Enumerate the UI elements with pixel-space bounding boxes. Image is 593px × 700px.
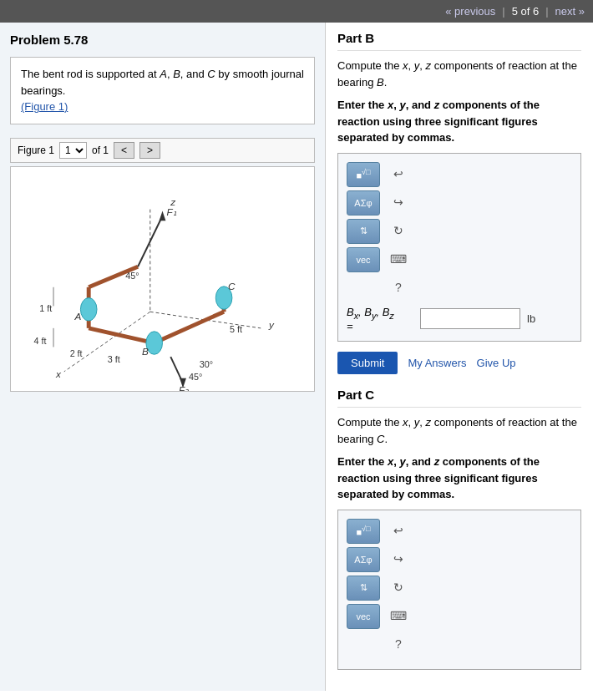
part-c-toolbar-right: ↩ ↪ ↻ ⌨ ?: [387, 519, 410, 656]
svg-text:z: z: [170, 195, 175, 206]
part-b-answer-box: ■√□ ΑΣφ ⇅ vec ↩ ↪ ↻ ⌨: [337, 153, 581, 342]
part-c-answer-box: ■√□ ΑΣφ ⇅ vec ↩ ↪ ↻ ⌨: [337, 510, 581, 670]
part-c-sqrt-button[interactable]: ■√□: [347, 519, 380, 544]
part-b-toolbar: ■√□ ΑΣφ ⇅ vec ↩ ↪ ↻ ⌨: [347, 162, 572, 299]
problem-title: Problem 5.78: [10, 33, 315, 47]
svg-point-12: [80, 297, 97, 320]
svg-text:y: y: [268, 318, 275, 329]
part-c-title: Part C: [337, 388, 581, 408]
part-c-undo-button[interactable]: ↩: [387, 519, 410, 542]
part-b-input-label: Bx, By, Bz=: [347, 306, 413, 333]
svg-text:3 ft: 3 ft: [108, 354, 120, 364]
part-b-unit: lb: [527, 312, 535, 325]
sigma-icon: ΑΣφ: [354, 198, 372, 208]
svg-text:F₂: F₂: [179, 384, 189, 391]
part-b-toolbar-right: ↩ ↪ ↻ ⌨ ?: [387, 162, 410, 299]
part-b-action-row: Submit My Answers Give Up: [337, 352, 581, 374]
redo-button[interactable]: ↪: [387, 190, 410, 214]
help-button[interactable]: ?: [387, 276, 410, 299]
svg-text:45°: 45°: [125, 271, 139, 281]
page-info: 5 of 6: [512, 5, 540, 18]
sqrt-icon: ■√□: [356, 168, 370, 180]
figure-label: Figure 1: [18, 145, 54, 156]
part-c-toolbar-left: ■√□ ΑΣφ ⇅ vec: [347, 519, 380, 656]
left-panel: Problem 5.78 The bent rod is supported a…: [0, 23, 326, 691]
keyboard-button[interactable]: ⌨: [387, 247, 410, 271]
part-c-keyboard-button[interactable]: ⌨: [387, 604, 410, 627]
svg-text:A: A: [74, 311, 82, 322]
main-layout: Problem 5.78 The bent rod is supported a…: [0, 23, 593, 691]
part-b-toolbar-left: ■√□ ΑΣφ ⇅ vec: [347, 162, 380, 299]
svg-text:F₁: F₁: [166, 206, 176, 217]
sigma-button[interactable]: ΑΣφ: [347, 190, 380, 216]
part-b-input-row: Bx, By, Bz= lb: [347, 306, 572, 333]
figure-svg: z y x: [11, 167, 314, 391]
part-c-vec-button[interactable]: vec: [347, 604, 380, 629]
svg-rect-0: [11, 168, 314, 389]
refresh-button[interactable]: ↻: [387, 219, 410, 242]
nav-separator-2: |: [545, 5, 548, 18]
figure-link[interactable]: (Figure 1): [21, 100, 68, 113]
part-c-sigma-button[interactable]: ΑΣφ: [347, 547, 380, 572]
part-b-instruction-1: Compute the x, y, z components of reacti…: [337, 58, 581, 90]
previous-link[interactable]: « previous: [445, 5, 495, 18]
figure-controls-bar: Figure 1 1 of 1 < >: [10, 138, 315, 163]
part-c-refresh-button[interactable]: ↻: [387, 576, 410, 599]
figure-select[interactable]: 1: [59, 142, 87, 159]
part-b-title: Part B: [337, 31, 581, 51]
part-c-vec-icon: vec: [356, 611, 370, 621]
svg-text:B: B: [142, 346, 149, 357]
part-b-give-up-link[interactable]: Give Up: [477, 357, 516, 369]
part-c-arrows-icon: ⇅: [360, 582, 367, 593]
figure-area: z y x: [10, 166, 315, 392]
problem-description-text: The bent rod is supported at A, B, and C…: [21, 68, 304, 97]
svg-text:2 ft: 2 ft: [70, 348, 83, 358]
svg-text:5 ft: 5 ft: [230, 323, 242, 333]
arrows-button[interactable]: ⇅: [347, 219, 380, 244]
part-c-toolbar: ■√□ ΑΣφ ⇅ vec ↩ ↪ ↻ ⌨: [347, 519, 572, 656]
svg-text:30°: 30°: [200, 358, 213, 368]
part-c-sqrt-icon: ■√□: [356, 525, 370, 537]
sqrt-button[interactable]: ■√□: [347, 162, 380, 187]
top-navigation: « previous | 5 of 6 | next »: [0, 0, 593, 23]
part-c-redo-button[interactable]: ↪: [387, 547, 410, 571]
part-b-submit-button[interactable]: Submit: [337, 352, 398, 374]
part-c-help-button[interactable]: ?: [387, 632, 410, 656]
right-panel: Part B Compute the x, y, z components of…: [326, 23, 593, 691]
next-link[interactable]: next »: [555, 5, 585, 18]
problem-description-box: The bent rod is supported at A, B, and C…: [10, 57, 315, 124]
svg-text:45°: 45°: [189, 371, 202, 381]
nav-separator: |: [502, 5, 504, 18]
figure-prev-btn[interactable]: <: [114, 142, 134, 159]
svg-text:4 ft: 4 ft: [33, 336, 46, 346]
svg-text:1 ft: 1 ft: [39, 303, 52, 313]
undo-button[interactable]: ↩: [387, 162, 410, 185]
part-b-answer-input[interactable]: [420, 308, 520, 329]
vec-button[interactable]: vec: [347, 247, 380, 272]
part-c-sigma-icon: ΑΣφ: [354, 555, 372, 565]
part-b-instruction-2: Enter the x, y, and z components of the …: [337, 97, 581, 146]
part-c-instruction-2: Enter the x, y, and z components of the …: [337, 454, 581, 503]
svg-text:C: C: [228, 280, 236, 291]
svg-text:x: x: [55, 368, 62, 378]
figure-next-btn[interactable]: >: [139, 142, 160, 159]
figure-of-label: of 1: [92, 145, 109, 156]
arrows-icon: ⇅: [360, 226, 367, 236]
vec-icon: vec: [356, 255, 370, 265]
part-c-instruction-1: Compute the x, y, z components of reacti…: [337, 414, 581, 447]
part-b-my-answers-link[interactable]: My Answers: [408, 357, 466, 369]
part-c-arrows-button[interactable]: ⇅: [347, 576, 380, 601]
